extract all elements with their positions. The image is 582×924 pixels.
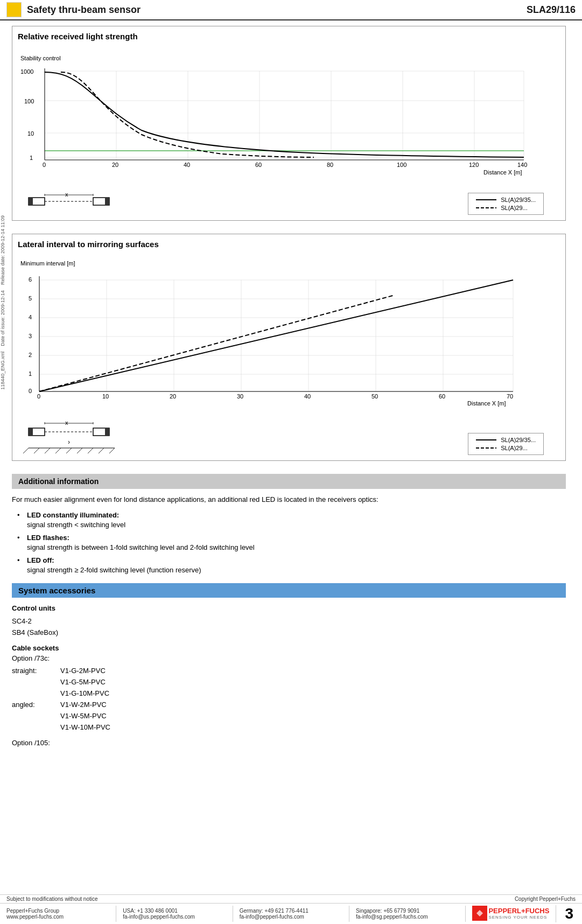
brand-color-box bbox=[6, 2, 22, 17]
svg-text:Distance X [m]: Distance X [m] bbox=[467, 400, 506, 407]
bullet-label-2: LED flashes: bbox=[27, 534, 69, 542]
svg-text:›: › bbox=[68, 438, 70, 446]
sensor-diagram1-svg: x bbox=[23, 188, 115, 215]
main-content: Relative received light strength Stabili… bbox=[0, 20, 582, 758]
svg-text:x: x bbox=[65, 191, 68, 198]
svg-text:1: 1 bbox=[29, 370, 32, 377]
svg-text:1: 1 bbox=[30, 155, 33, 161]
bullet-item-2: LED flashes: signal strength is between … bbox=[17, 533, 566, 552]
footer-germany: Germany: +49 621 776-4411 bbox=[240, 908, 342, 914]
footer-usa: USA: +1 330 486 0001 bbox=[123, 908, 226, 914]
chart1-y-stability-label: Stability control bbox=[20, 55, 61, 61]
svg-text:Minimum interval [m]: Minimum interval [m] bbox=[20, 260, 75, 267]
bullet-item-1: LED constantly illuminated: signal stren… bbox=[17, 510, 566, 530]
footer-brand: PEPPERL+FUCHS bbox=[488, 907, 549, 915]
bullet-list: LED constantly illuminated: signal stren… bbox=[12, 510, 566, 576]
sensor-diagram1: x bbox=[23, 188, 115, 215]
footer-germany-email: fa-info@pepperl-fuchs.com bbox=[240, 914, 342, 920]
control-unit-1: SC4-2 bbox=[12, 616, 566, 627]
svg-rect-29 bbox=[29, 198, 33, 205]
bullet-label-3: LED off: bbox=[27, 556, 54, 564]
svg-line-88 bbox=[45, 448, 50, 453]
control-units-section: Control units SC4-2 SB4 (SafeBox) bbox=[12, 603, 566, 639]
svg-text:20: 20 bbox=[112, 162, 118, 168]
footer-copyright: Copyright Pepperl+Fuchs bbox=[515, 896, 576, 902]
control-unit-2: SB4 (SafeBox) bbox=[12, 627, 566, 639]
page-header: Safety thru-beam sensor SLA29/116 bbox=[0, 0, 582, 20]
footer-singapore-email: fa-info@sg.pepperl-fuchs.com bbox=[356, 914, 459, 920]
option2-label: Option /105: bbox=[12, 739, 566, 747]
svg-text:100: 100 bbox=[24, 98, 34, 104]
svg-text:100: 100 bbox=[397, 162, 406, 168]
svg-text:4: 4 bbox=[29, 314, 32, 320]
svg-text:70: 70 bbox=[507, 393, 513, 400]
straight-label: straight: bbox=[12, 666, 60, 699]
svg-text:x: x bbox=[65, 419, 68, 426]
system-accessories-header: System accessories bbox=[12, 583, 566, 598]
header-left: Safety thru-beam sensor bbox=[6, 2, 141, 17]
sensor-diagram2-svg: x › bbox=[23, 417, 131, 455]
chart2-bottom: x › bbox=[18, 417, 560, 455]
chart2-legend: SL(A)29/35... SL(A)29... bbox=[468, 433, 544, 455]
svg-text:40: 40 bbox=[184, 162, 190, 168]
bullet-label-1: LED constantly illuminated: bbox=[27, 511, 119, 519]
footer-company-col: Pepperl+Fuchs Group www.pepperl-fuchs.co… bbox=[0, 906, 116, 922]
angled-values: V1-W-2M-PVC V1-W-5M-PVC V1-W-10M-PVC bbox=[60, 699, 566, 733]
chart1-container: Relative received light strength Stabili… bbox=[12, 26, 566, 221]
svg-text:40: 40 bbox=[304, 393, 311, 400]
svg-text:80: 80 bbox=[327, 162, 333, 168]
footer-page-number: 3 bbox=[556, 905, 582, 922]
svg-text:30: 30 bbox=[237, 393, 243, 400]
footer-germany-col: Germany: +49 621 776-4411 fa-info@pepper… bbox=[233, 906, 349, 922]
svg-line-89 bbox=[55, 448, 61, 453]
svg-rect-32 bbox=[105, 198, 109, 205]
svg-line-91 bbox=[77, 448, 82, 453]
straight-val-1: V1-G-2M-PVC bbox=[60, 666, 566, 677]
svg-text:140: 140 bbox=[517, 162, 527, 168]
bullet-text-2: signal strength is between 1-fold switch… bbox=[27, 543, 255, 551]
svg-rect-83 bbox=[105, 428, 109, 436]
chart2-container: Lateral interval to mirroring surfaces M… bbox=[12, 234, 566, 461]
control-units-subtitle: Control units bbox=[12, 603, 566, 614]
footer-tagline: SENSING YOUR NEEDS bbox=[488, 915, 549, 920]
svg-text:60: 60 bbox=[255, 162, 262, 168]
svg-text:20: 20 bbox=[170, 393, 176, 400]
sensor-diagram2: x › bbox=[23, 417, 131, 455]
svg-line-90 bbox=[66, 448, 72, 453]
svg-rect-80 bbox=[29, 428, 33, 436]
svg-text:5: 5 bbox=[29, 295, 32, 302]
svg-line-92 bbox=[88, 448, 93, 453]
side-label: 118440_ENG.xml Date of issue: 2009-12-14… bbox=[0, 215, 10, 390]
chart1-title: Relative received light strength bbox=[18, 32, 560, 41]
footer-singapore: Singapore: +65 6779 9091 bbox=[356, 908, 459, 914]
straight-val-3: V1-G-10M-PVC bbox=[60, 688, 566, 699]
chart2-svg: Minimum interval [m] 6 5 4 3 2 1 0 bbox=[18, 252, 545, 414]
footer-logo-area: PEPPERL+FUCHS SENSING YOUR NEEDS bbox=[466, 904, 556, 924]
footer-bottom: Pepperl+Fuchs Group www.pepperl-fuchs.co… bbox=[0, 903, 582, 924]
svg-line-94 bbox=[109, 448, 115, 453]
chart1-svg: Stability control 1000 100 10 1 bbox=[18, 44, 545, 184]
model-number: SLA29/116 bbox=[527, 4, 576, 16]
additional-info-header: Additional information bbox=[12, 474, 566, 489]
footer-singapore-col: Singapore: +65 6779 9091 fa-info@sg.pepp… bbox=[349, 906, 466, 922]
svg-text:Distance X [m]: Distance X [m] bbox=[483, 169, 522, 176]
svg-line-93 bbox=[99, 448, 104, 453]
additional-info-paragraph: For much easier alignment even for lond … bbox=[12, 494, 566, 505]
chart2-title: Lateral interval to mirroring surfaces bbox=[18, 240, 560, 249]
cable-sockets-subtitle: Cable sockets bbox=[12, 644, 566, 652]
svg-text:60: 60 bbox=[439, 393, 445, 400]
svg-text:120: 120 bbox=[469, 162, 479, 168]
svg-text:0: 0 bbox=[43, 162, 46, 168]
angled-val-3: V1-W-10M-PVC bbox=[60, 722, 566, 733]
svg-text:0: 0 bbox=[37, 393, 40, 400]
option1-label: Option /73c: bbox=[12, 654, 566, 662]
footer-website: www.pepperl-fuchs.com bbox=[6, 914, 109, 920]
svg-text:3: 3 bbox=[29, 333, 32, 339]
bullet-text-3: signal strength ≥ 2-fold switching level… bbox=[27, 566, 201, 574]
straight-val-2: V1-G-5M-PVC bbox=[60, 677, 566, 688]
angled-label: angled: bbox=[12, 699, 60, 733]
page-title: Safety thru-beam sensor bbox=[27, 4, 141, 16]
cable-sockets-section: Cable sockets Option /73c: straight: V1-… bbox=[12, 644, 566, 747]
bullet-item-3: LED off: signal strength ≥ 2-fold switch… bbox=[17, 556, 566, 575]
page-footer: Subject to modifications without notice … bbox=[0, 894, 582, 924]
